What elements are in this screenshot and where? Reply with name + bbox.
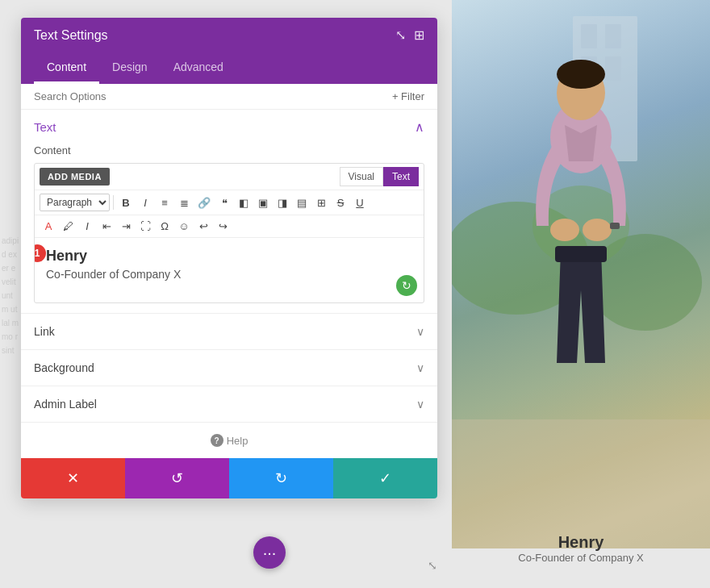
special-char-button[interactable]: Ω [156,219,173,234]
visual-text-toggle: Visual Text [340,167,419,186]
toolbar-row-1: Paragraph B I ≡ ≣ 🔗 ❝ ◧ ▣ ◨ ▤ ⊞ S U [35,190,424,215]
text-color-button[interactable]: A [40,219,57,234]
text-bg-button[interactable]: 🖊 [59,219,77,234]
background-label: Background [34,361,94,374]
person-svg [452,0,710,548]
filter-button[interactable]: + Filter [392,90,424,102]
fab-icon: ··· [263,544,277,562]
admin-label-chevron: ∨ [416,398,424,411]
search-bar: + Filter [21,84,437,110]
tab-advanced[interactable]: Advanced [161,52,236,84]
undo-icon: ↺ [171,469,183,487]
link-chevron: ∨ [416,325,424,338]
italic-2-button[interactable]: I [78,219,96,234]
settings-panel: Text Settings ⤡ ⊞ Content Design Advance… [21,18,437,498]
align-justify-button[interactable]: ▤ [293,195,311,211]
align-center-button[interactable]: ▣ [254,195,272,211]
table-button[interactable]: ⊞ [312,195,330,211]
panel-tabs: Content Design Advanced [21,52,437,84]
redo-editor-button[interactable]: ↪ [214,219,232,234]
undo-editor-button[interactable]: ↩ [194,219,212,234]
content-label: Content [21,141,437,163]
editor-top-bar: ADD MEDIA Visual Text [35,164,424,190]
link-section[interactable]: Link ∨ [21,313,437,349]
confirm-icon: ✓ [379,469,391,487]
preview-person-name: Henry [452,533,710,552]
text-section-header: Text ∧ [21,110,437,141]
italic-button[interactable]: I [136,195,154,211]
align-right-button[interactable]: ◨ [274,195,291,211]
lorem-text: adipi d exer e velit unt m ut lal mmo r … [2,234,21,357]
confirm-button[interactable]: ✓ [333,458,437,498]
editor-person-title: Co-Founder of Company X [46,268,412,281]
expand-icon[interactable]: ⤡ [395,27,406,43]
strikethrough-button[interactable]: S [332,195,349,211]
fab-button[interactable]: ··· [253,536,286,569]
tab-design[interactable]: Design [99,52,161,84]
toolbar-sep-1 [113,195,114,210]
help-label: Help [227,435,248,447]
editor-person-name: Henry [46,248,412,265]
text-section-toggle[interactable]: ∧ [415,119,424,135]
svg-point-12 [557,60,605,89]
cancel-icon: ✕ [67,469,79,487]
undo-button[interactable]: ↺ [125,458,229,498]
header-icons: ⤡ ⊞ [395,27,424,43]
svg-rect-5 [605,56,621,81]
tab-content[interactable]: Content [34,52,99,84]
link-label: Link [34,325,55,338]
text-button[interactable]: Text [383,167,419,186]
indent-out-button[interactable]: ⇤ [98,219,115,234]
indent-in-button[interactable]: ⇥ [117,219,135,234]
help-icon: ? [211,434,223,447]
svg-rect-15 [610,223,620,229]
search-input[interactable] [34,90,392,102]
paragraph-select[interactable]: Paragraph [40,194,110,211]
text-section-title: Text [34,120,56,134]
cancel-button[interactable]: ✕ [21,458,125,498]
panel-header: Text Settings ⤡ ⊞ [21,18,437,52]
redo-button[interactable]: ↻ [229,458,333,498]
svg-point-13 [550,219,579,241]
preview-person-title: Co-Founder of Company X [452,552,710,564]
svg-rect-16 [555,246,607,262]
admin-label-section[interactable]: Admin Label ∨ [21,386,437,422]
bold-button[interactable]: B [117,195,135,211]
quote-button[interactable]: ❝ [215,195,233,211]
editor-area: ADD MEDIA Visual Text Paragraph B I ≡ ≣ … [34,163,424,303]
panel-title: Text Settings [34,28,108,43]
background-chevron: ∨ [416,361,424,374]
columns-icon[interactable]: ⊞ [414,27,424,43]
panel-footer: ✕ ↺ ↻ ✓ [21,458,437,498]
preview-caption: Henry Co-Founder of Company X [452,533,710,564]
svg-rect-3 [605,24,621,48]
admin-label-text: Admin Label [34,398,97,411]
refresh-icon[interactable]: ↻ [396,275,417,296]
ul-button[interactable]: ≡ [156,195,173,211]
step-badge: 1 [34,244,46,262]
resize-handle[interactable]: ⤡ [428,559,444,575]
emoji-button[interactable]: ☺ [175,219,193,234]
align-left-button[interactable]: ◧ [235,195,253,211]
add-media-button[interactable]: ADD MEDIA [40,168,110,186]
help-area: ? Help [21,422,437,458]
svg-point-14 [583,219,612,241]
panel-body: Text ∧ Content ADD MEDIA Visual Text Par… [21,110,437,458]
help-link[interactable]: ? Help [34,434,424,447]
fullscreen-button[interactable]: ⛶ [136,219,154,234]
svg-rect-2 [581,24,597,48]
toolbar-row-2: A 🖊 I ⇤ ⇥ ⛶ Ω ☺ ↩ ↪ [35,215,424,238]
underline-button[interactable]: U [351,195,369,211]
photo-preview [452,0,710,548]
visual-button[interactable]: Visual [340,167,383,186]
svg-rect-9 [452,419,710,548]
editor-content[interactable]: 1 Henry Co-Founder of Company X ↻ [35,238,424,302]
ol-button[interactable]: ≣ [175,195,193,211]
background-section[interactable]: Background ∨ [21,349,437,386]
link-button[interactable]: 🔗 [194,195,214,211]
redo-icon: ↻ [275,469,287,487]
